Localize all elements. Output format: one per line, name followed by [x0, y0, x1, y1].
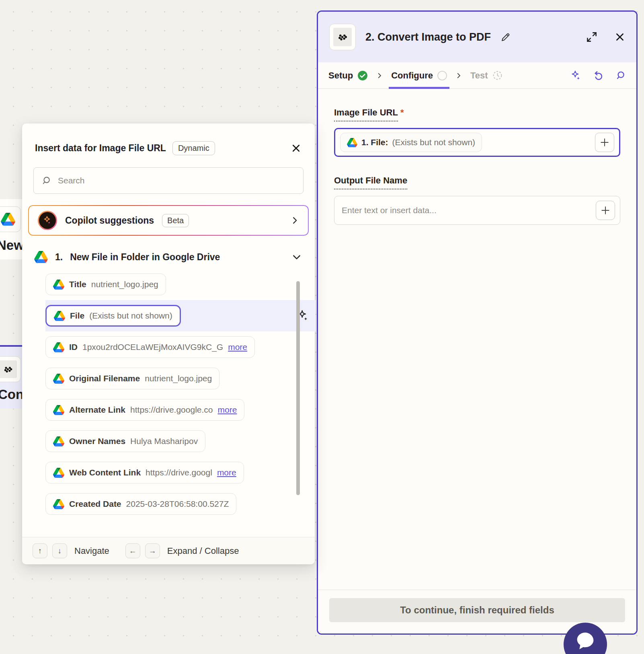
close-modal-button[interactable] — [291, 143, 301, 153]
google-drive-icon — [347, 138, 357, 147]
google-drive-icon — [53, 468, 64, 478]
field-label: Title — [69, 280, 86, 289]
chevron-right-icon — [376, 72, 383, 79]
search-input[interactable] — [58, 176, 296, 185]
field-pill-id[interactable]: ID 1pxou2rdOCELaWEjMoxAIVG9kC_G more — [45, 336, 255, 358]
field-value: https://drive.google.co — [130, 405, 213, 415]
field-label: Owner Names — [69, 436, 125, 446]
field-pill-title[interactable]: Title nutrient_logo.jpeg — [45, 274, 166, 295]
image-file-url-input[interactable]: 1. File: (Exists but not shown) — [334, 128, 620, 157]
canvas-node-title-partial: New — [0, 238, 23, 253]
data-field-list: Title nutrient_logo.jpeg File (Exists bu… — [22, 274, 315, 519]
output-file-name-input[interactable] — [342, 206, 596, 215]
chevron-right-icon — [290, 216, 299, 225]
canvas-node-convert-step[interactable]: Conv — [0, 345, 23, 409]
step1-section-header[interactable]: 1. New File in Folder in Google Drive — [34, 251, 302, 263]
list-item: Web Content Link https://drive.googl mor… — [45, 462, 295, 483]
token-value: (Exists but not shown) — [392, 138, 476, 147]
progress-circle-icon — [437, 71, 447, 80]
beta-badge: Beta — [162, 214, 189, 227]
token-prefix: 1. File: — [361, 138, 388, 147]
more-link[interactable]: more — [217, 468, 236, 477]
expand-icon — [586, 31, 598, 43]
copilot-icon — [38, 211, 57, 230]
tab-configure[interactable]: Configure — [391, 62, 447, 88]
insert-data-modal: Insert data for Image File URL Dynamic C… — [22, 123, 315, 564]
chevron-right-icon — [455, 72, 462, 79]
list-item: Title nutrient_logo.jpeg — [45, 274, 295, 295]
copilot-suggestions-row[interactable]: Copilot suggestions Beta — [28, 205, 309, 236]
required-asterisk: * — [400, 107, 404, 118]
google-drive-icon — [1, 213, 15, 226]
sparkle-icon — [42, 215, 53, 226]
insert-data-button[interactable] — [595, 133, 614, 152]
tab-setup[interactable]: Setup — [328, 62, 368, 88]
field-value: 2025-03-28T06:58:00.527Z — [126, 499, 229, 509]
step-title: 2. Convert Image to PDF — [365, 31, 491, 43]
check-circle-icon — [357, 70, 368, 81]
image-file-url-label: Image File URL — [334, 107, 398, 121]
arrow-right-key[interactable]: → — [145, 543, 160, 558]
google-drive-icon — [53, 405, 64, 415]
tab-test[interactable]: Test — [470, 62, 502, 88]
list-item: Original Filename nutrient_logo.jpeg — [45, 368, 295, 389]
field-value: (Exists but not shown) — [89, 311, 172, 321]
modal-header: Insert data for Image File URL Dynamic — [22, 123, 315, 155]
google-drive-icon — [53, 374, 64, 384]
insert-data-button[interactable] — [596, 201, 615, 220]
arrow-down-key[interactable]: ↓ — [52, 543, 67, 558]
field-pill-alternate-link[interactable]: Alternate Link https://drive.google.co m… — [45, 399, 244, 421]
sparkle-icon — [570, 70, 581, 81]
expand-panel-button[interactable] — [586, 31, 598, 43]
google-drive-icon — [53, 342, 64, 352]
more-link[interactable]: more — [218, 405, 237, 415]
copilot-label: Copilot suggestions — [65, 215, 154, 226]
continue-disabled-button[interactable]: To continue, finish required fields — [329, 598, 625, 622]
close-icon — [291, 143, 301, 153]
field-label: Original Filename — [69, 374, 140, 383]
rename-step-button[interactable] — [500, 32, 511, 42]
search-step-button[interactable] — [615, 70, 626, 81]
google-drive-icon — [53, 499, 64, 509]
canvas-node-google-drive-trigger[interactable]: New — [0, 199, 23, 259]
field-pill-file[interactable]: File (Exists but not shown) — [45, 305, 181, 327]
nutrient-app-iconbox — [0, 356, 21, 382]
field-label: Alternate Link — [69, 405, 125, 415]
tab-configure-label: Configure — [391, 70, 433, 81]
dynamic-badge: Dynamic — [172, 141, 215, 155]
ai-assist-button[interactable] — [570, 70, 581, 81]
field-value: nutrient_logo.jpeg — [145, 374, 212, 383]
mapped-field-token[interactable]: 1. File: (Exists but not shown) — [340, 133, 482, 152]
output-file-name-field: Output File Name — [334, 175, 620, 225]
close-icon — [615, 32, 625, 42]
field-pill-created-date[interactable]: Created Date 2025-03-28T06:58:00.527Z — [45, 493, 236, 515]
list-item-selected: File (Exists but not shown) — [45, 300, 316, 331]
nutrient-app-iconbox — [329, 24, 356, 50]
more-link[interactable]: more — [228, 342, 247, 352]
list-item: Created Date 2025-03-28T06:58:00.527Z — [45, 493, 295, 515]
navigate-label: Navigate — [74, 546, 109, 556]
close-panel-button[interactable] — [615, 32, 625, 42]
image-file-url-field: Image File URL * 1. File: (Exists but no… — [334, 107, 620, 157]
google-drive-icon — [34, 251, 48, 263]
list-scrollbar[interactable] — [296, 281, 300, 495]
chevron-down-icon[interactable] — [291, 252, 302, 262]
arrow-left-key[interactable]: ← — [125, 543, 140, 558]
google-drive-app-iconbox — [0, 206, 21, 232]
field-pill-owner-names[interactable]: Owner Names Hulya Masharipov — [45, 430, 205, 452]
field-pill-web-content-link[interactable]: Web Content Link https://drive.googl mor… — [45, 462, 244, 483]
undo-refresh-button[interactable] — [593, 70, 604, 81]
canvas-node-title-partial: Conv — [0, 387, 23, 402]
chat-icon — [573, 628, 598, 653]
list-item: Alternate Link https://drive.google.co m… — [45, 399, 295, 421]
field-pill-original-filename[interactable]: Original Filename nutrient_logo.jpeg — [45, 368, 219, 389]
output-file-name-label: Output File Name — [334, 175, 407, 189]
modal-footer: ↑ ↓ Navigate ← → Expand / Collapse — [22, 537, 315, 564]
field-label: Created Date — [69, 499, 121, 509]
output-file-name-input-wrap — [334, 196, 620, 225]
field-value: 1pxou2rdOCELaWEjMoxAIVG9kC_G — [82, 342, 223, 352]
step-config-panel: 2. Convert Image to PDF Setup — [317, 10, 638, 635]
arrow-up-key[interactable]: ↑ — [33, 543, 47, 558]
list-item: Owner Names Hulya Masharipov — [45, 430, 295, 452]
zap-editor-canvas: { "colors": { "accent_purple": "#4B3FBE"… — [0, 0, 644, 654]
